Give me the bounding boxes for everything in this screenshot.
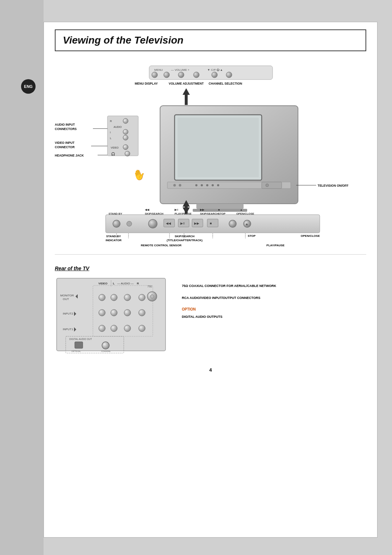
svg-text:OUT: OUT (63, 297, 69, 301)
coaxial-description: 75Ω COAXIAL CONNECTOR FOR AERIAL/CABLE N… (182, 284, 366, 289)
svg-point-107 (124, 309, 131, 316)
svg-point-21 (179, 184, 181, 187)
svg-point-42 (125, 151, 130, 156)
svg-point-33 (123, 118, 128, 123)
svg-text:INPUT1: INPUT1 (63, 328, 73, 331)
svg-point-101 (124, 294, 131, 301)
svg-text:— VOLUME +: — VOLUME + (171, 68, 189, 72)
rca-label-row: RCA AUDIO/VIDEO INPUT/OUTPUT CONNECTORS (182, 296, 366, 300)
svg-point-100 (111, 294, 117, 301)
svg-point-99 (99, 294, 105, 301)
svg-text:SKIP/SEARCH: SKIP/SEARCH (145, 212, 163, 215)
svg-point-108 (139, 309, 145, 316)
svg-point-122 (102, 342, 109, 349)
svg-point-40 (123, 145, 128, 150)
svg-text:CONNECTORS: CONNECTORS (55, 127, 77, 131)
svg-point-7 (193, 72, 199, 78)
vcr-labels-container: STAND-BY INDICATOR SKIP/SEARCH (TITLE/CH… (55, 234, 320, 242)
svg-point-25 (212, 184, 214, 186)
svg-point-112 (111, 325, 117, 332)
svg-point-105 (99, 309, 105, 316)
svg-text:MONITOR: MONITOR (60, 294, 74, 297)
svg-text:SKIP/SEARCH: SKIP/SEARCH (200, 212, 219, 215)
svg-point-114 (139, 325, 145, 332)
tv-diagram: MENU — VOLUME + ▼ C/P.⏻ ▲ (55, 62, 366, 245)
rear-panel-svg: VIDEO L — AUDIO — R MONITOR OUT (55, 276, 171, 356)
stand-by-label: STAND-BY INDICATOR (106, 234, 122, 242)
svg-text:R: R (137, 282, 139, 285)
main-content: Viewing of the Television MENU — VOLUME … (44, 22, 377, 538)
svg-text:OPTICAL: OPTICAL (72, 350, 81, 352)
page-number: 4 (55, 367, 366, 373)
svg-point-22 (195, 184, 197, 186)
svg-text:▶▶: ▶▶ (194, 222, 199, 225)
svg-point-28 (266, 184, 269, 187)
svg-point-38 (123, 135, 128, 140)
svg-text:VIDEO INPUT: VIDEO INPUT (55, 141, 75, 145)
svg-text:L: L (113, 282, 115, 285)
svg-text:AUDIO: AUDIO (114, 126, 122, 128)
svg-rect-31 (107, 116, 138, 156)
svg-text:▶▶: ▶▶ (200, 208, 205, 211)
svg-text:STOP: STOP (218, 212, 225, 215)
svg-text:PLAY/PAUSE: PLAY/PAUSE (175, 212, 192, 215)
rear-labels: 75Ω COAXIAL CONNECTOR FOR AERIAL/CABLE N… (182, 276, 366, 319)
page-title: Viewing of the Television (63, 35, 183, 46)
svg-rect-18 (177, 118, 259, 177)
skip-search-label: SKIP/SEARCH (TITLE/CHAPTER/TRACK) (167, 234, 203, 242)
svg-text:CONNECTOR: CONNECTOR (55, 145, 75, 149)
svg-point-8 (212, 72, 217, 78)
svg-text:🎧: 🎧 (111, 152, 115, 156)
svg-point-60 (148, 219, 157, 228)
svg-point-59 (127, 221, 132, 226)
svg-text:MENU: MENU (154, 68, 163, 72)
language-badge: ENG (21, 79, 36, 94)
svg-point-9 (226, 72, 232, 78)
digital-audio-label-row: DIGITAL AUDIO OUTPUTS (182, 315, 366, 319)
svg-text:COAXIAL: COAXIAL (101, 350, 111, 352)
svg-text:▲: ▲ (245, 222, 249, 226)
svg-text:◀◀: ◀◀ (145, 208, 150, 211)
svg-point-4 (152, 72, 158, 78)
coaxial-label-row: 75Ω COAXIAL CONNECTOR FOR AERIAL/CABLE N… (182, 284, 366, 289)
svg-text:VOLUME ADJUSTMENT: VOLUME ADJUSTMENT (169, 82, 204, 85)
svg-text:VIDEO: VIDEO (111, 146, 119, 149)
svg-point-5 (164, 72, 170, 78)
svg-text:TELEVISION ON/OFF: TELEVISION ON/OFF (318, 184, 348, 187)
svg-text:75Ω: 75Ω (147, 285, 152, 288)
svg-text:AUDIO INPUT: AUDIO INPUT (55, 123, 75, 126)
svg-text:HEADPHONE JACK: HEADPHONE JACK (55, 154, 84, 157)
digital-audio-description: DIGITAL AUDIO OUTPUTS (182, 315, 366, 319)
svg-text:▲: ▲ (240, 208, 242, 211)
tv-diagram-svg: MENU — VOLUME + ▼ C/P.⏻ ▲ (55, 62, 367, 244)
svg-text:VIDEO: VIDEO (98, 282, 107, 285)
svg-text:■: ■ (210, 222, 212, 225)
svg-text:◀◀: ◀◀ (166, 222, 171, 225)
svg-point-6 (178, 72, 184, 78)
svg-text:STAND BY: STAND BY (109, 212, 122, 215)
svg-text:■: ■ (218, 208, 220, 211)
option-row: OPTION (182, 305, 366, 312)
svg-point-26 (217, 184, 219, 186)
svg-text:OPEN/CLOSE: OPEN/CLOSE (236, 212, 254, 215)
open-close-label: OPEN/CLOSE (301, 234, 320, 242)
svg-point-58 (113, 220, 120, 227)
svg-text:✋: ✋ (131, 167, 147, 182)
svg-point-106 (111, 309, 117, 316)
svg-point-116 (150, 295, 154, 298)
svg-text:R: R (110, 120, 112, 122)
svg-rect-27 (262, 182, 282, 189)
svg-point-102 (139, 294, 145, 301)
rear-diagram: VIDEO L — AUDIO — R MONITOR OUT (55, 276, 366, 356)
stop-label: STOP (248, 234, 256, 242)
rca-description: RCA AUDIO/VIDEO INPUT/OUTPUT CONNECTORS (182, 296, 366, 300)
svg-point-23 (201, 184, 203, 186)
svg-rect-67 (207, 219, 218, 227)
svg-rect-120 (75, 342, 83, 348)
title-box: Viewing of the Television (55, 29, 366, 51)
svg-marker-13 (183, 88, 190, 95)
svg-text:▶II: ▶II (180, 222, 185, 225)
svg-text:I: I (110, 131, 111, 134)
svg-point-69 (229, 220, 236, 227)
rear-section-title: Rear of the TV (55, 266, 366, 271)
